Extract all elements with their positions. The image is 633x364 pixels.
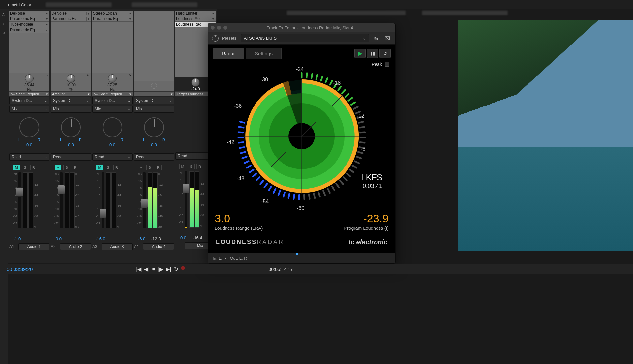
- stop-button[interactable]: ■: [152, 266, 156, 272]
- rail-icon[interactable]: ⎍: [3, 22, 5, 26]
- fx-slot[interactable]: Stereo Expan▾: [92, 11, 133, 16]
- output-device-dropdown[interactable]: System D...⌄: [51, 97, 91, 104]
- fx-slot[interactable]: DeNoise▾: [51, 11, 91, 16]
- fx-slot[interactable]: Loudness Me▾: [175, 16, 216, 22]
- mute-button[interactable]: M: [179, 164, 186, 169]
- play-button[interactable]: ▶: [354, 49, 366, 58]
- go-to-out-button[interactable]: ▶|: [166, 266, 171, 272]
- loop-button[interactable]: ↻: [174, 266, 178, 272]
- fader-db-value[interactable]: 0.0: [52, 236, 65, 241]
- param-name-dropdown[interactable]: ow Shelf Frequen▾: [9, 91, 49, 96]
- chevron-down-icon[interactable]: ▾: [128, 17, 132, 21]
- record-arm-button[interactable]: R: [155, 165, 162, 170]
- fx-icon[interactable]: fx: [129, 74, 131, 77]
- chevron-down-icon[interactable]: ▾: [86, 12, 90, 15]
- automation-mode-dropdown[interactable]: Read⌄: [51, 153, 91, 161]
- param-knob[interactable]: [67, 74, 75, 83]
- channel-name[interactable]: Audio 4: [143, 243, 174, 250]
- channel-name[interactable]: Audio 2: [60, 243, 91, 250]
- param-knob[interactable]: [191, 78, 200, 87]
- fader-track[interactable]: [60, 172, 63, 228]
- chevron-down-icon[interactable]: ▾: [45, 12, 49, 15]
- param-name-dropdown[interactable]: ow Shelf Frequen▾: [92, 91, 133, 96]
- timeline-ruler[interactable]: [287, 254, 630, 264]
- fx-icon[interactable]: fx: [87, 74, 90, 77]
- param-knob[interactable]: [25, 74, 34, 83]
- chevron-down-icon[interactable]: ▾: [86, 17, 90, 21]
- record-arm-button[interactable]: R: [196, 164, 203, 169]
- output-assign-dropdown[interactable]: Mix⌄: [134, 106, 174, 113]
- fader-db-value[interactable]: -1.0: [11, 236, 24, 241]
- tab-settings[interactable]: Settings: [246, 48, 282, 59]
- output-assign-dropdown[interactable]: Mix⌄: [51, 106, 91, 113]
- mute-button[interactable]: M: [13, 165, 20, 170]
- fader-track[interactable]: [18, 172, 21, 228]
- output-device-dropdown[interactable]: System D...⌄: [134, 97, 174, 104]
- fx-slot[interactable]: Tube-modele▾: [9, 22, 49, 27]
- pan-knob[interactable]: [103, 117, 122, 137]
- panel-tab-lumetri[interactable]: umetri Color: [3, 1, 36, 9]
- solo-button[interactable]: S: [63, 165, 70, 170]
- record-arm-button[interactable]: R: [113, 165, 120, 170]
- fader-track[interactable]: [102, 172, 104, 228]
- channel-name[interactable]: Audio 3: [102, 243, 133, 250]
- param-knob[interactable]: [108, 74, 117, 83]
- fader-thumb[interactable]: [58, 185, 65, 194]
- fader-db-value[interactable]: -16.0: [94, 236, 107, 241]
- tab-radar[interactable]: Radar: [213, 48, 244, 59]
- mute-button[interactable]: M: [96, 165, 103, 170]
- fader-thumb[interactable]: [141, 199, 148, 208]
- fader-track[interactable]: [185, 171, 187, 228]
- routing-icon[interactable]: ↹: [372, 35, 380, 42]
- fx-slot[interactable]: Parametric Eq▾: [92, 16, 133, 22]
- output-device-dropdown[interactable]: System D...⌄: [9, 97, 49, 104]
- solo-button[interactable]: S: [188, 164, 195, 169]
- minimize-icon[interactable]: [217, 26, 221, 30]
- chevron-down-icon[interactable]: ▾: [45, 17, 49, 21]
- record-arm-button[interactable]: R: [72, 165, 78, 170]
- mute-button[interactable]: M: [138, 165, 144, 170]
- program-monitor[interactable]: [458, 20, 633, 251]
- delete-icon[interactable]: ⌧: [383, 35, 391, 42]
- pause-button[interactable]: ▮▮: [367, 49, 378, 58]
- step-back-button[interactable]: ◀|: [144, 266, 149, 272]
- power-button[interactable]: [212, 35, 219, 42]
- fx-slot[interactable]: DeNoise▾: [9, 11, 49, 16]
- automation-mode-dropdown[interactable]: Read⌄: [134, 153, 174, 161]
- fader-thumb[interactable]: [99, 209, 106, 218]
- fx-icon[interactable]: fx: [45, 74, 48, 77]
- solo-button[interactable]: S: [105, 165, 111, 170]
- window-titlebar[interactable]: Track Fx Editor - Loudness Radar: Mix, S…: [208, 23, 395, 32]
- fx-slot[interactable]: Parametric Eq▾: [9, 27, 49, 33]
- zoom-icon[interactable]: [223, 26, 227, 30]
- pan-knob[interactable]: [144, 117, 164, 137]
- go-to-in-button[interactable]: |◀: [136, 266, 141, 272]
- solo-button[interactable]: S: [22, 165, 28, 170]
- fader-thumb[interactable]: [16, 187, 23, 197]
- chevron-down-icon[interactable]: ▾: [45, 28, 49, 32]
- output-assign-dropdown[interactable]: Mix⌄: [9, 106, 49, 113]
- chevron-down-icon[interactable]: ▾: [211, 17, 215, 21]
- rail-icon[interactable]: ⎆: [3, 31, 5, 36]
- fader-db-value[interactable]: 0.0: [177, 235, 190, 240]
- param-name-dropdown[interactable]: Amount▾: [51, 91, 91, 96]
- channel-name[interactable]: Audio 1: [18, 243, 49, 250]
- fader-track[interactable]: [143, 172, 146, 228]
- record-button[interactable]: [181, 266, 185, 270]
- pan-knob[interactable]: [19, 117, 39, 137]
- output-device-dropdown[interactable]: System D...⌄: [92, 97, 133, 104]
- automation-mode-dropdown[interactable]: Read⌄: [92, 153, 133, 161]
- chevron-down-icon[interactable]: ▾: [211, 12, 215, 15]
- fader-thumb[interactable]: [182, 184, 190, 193]
- mute-button[interactable]: M: [55, 165, 61, 170]
- fader-db-value[interactable]: -6.0: [135, 236, 148, 241]
- chevron-down-icon[interactable]: ▾: [128, 12, 132, 15]
- fx-slot[interactable]: Parametric Eq▾: [51, 16, 91, 22]
- pan-knob[interactable]: [61, 117, 81, 137]
- chevron-down-icon[interactable]: ▾: [45, 23, 49, 26]
- record-arm-button[interactable]: R: [30, 165, 37, 170]
- step-fwd-button[interactable]: |▶: [158, 266, 163, 272]
- timecode-current[interactable]: 00:03:39:20: [7, 266, 33, 272]
- fx-slot[interactable]: Hard Limiter▾: [175, 11, 216, 16]
- fx-icon[interactable]: fx: [2, 13, 5, 17]
